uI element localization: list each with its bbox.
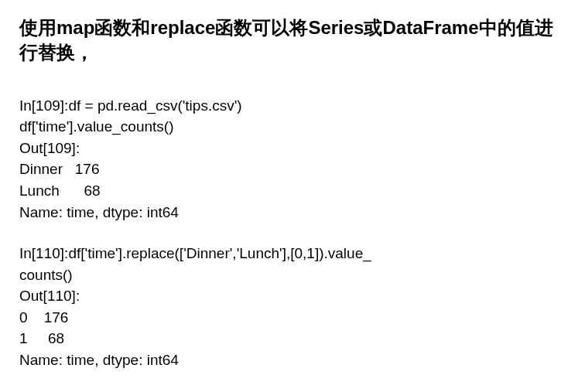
code-block-1: In[109]:df = pd.read_csv('tips.csv') df[… <box>19 95 566 223</box>
code-line: Out[109]: <box>19 138 566 159</box>
code-line: 1 68 <box>19 328 566 349</box>
code-line: counts() <box>19 264 566 286</box>
code-line: Lunch 68 <box>19 180 566 202</box>
code-line: df['time'].value_counts() <box>19 116 566 138</box>
code-line: Out[110]: <box>19 285 566 307</box>
code-line: In[110]:df['time'].replace(['Dinner','Lu… <box>19 243 566 264</box>
code-line: Name: time, dtype: int64 <box>19 202 566 223</box>
code-line: 0 176 <box>19 307 566 329</box>
code-line: Name: time, dtype: int64 <box>19 349 566 371</box>
code-block-2: In[110]:df['time'].replace(['Dinner','Lu… <box>19 243 566 370</box>
spacer <box>19 223 566 243</box>
page-heading: 使用map函数和replace函数可以将Series或DataFrame中的值进… <box>19 15 566 66</box>
code-line: In[109]:df = pd.read_csv('tips.csv') <box>19 95 566 117</box>
code-line: Dinner 176 <box>19 159 566 180</box>
